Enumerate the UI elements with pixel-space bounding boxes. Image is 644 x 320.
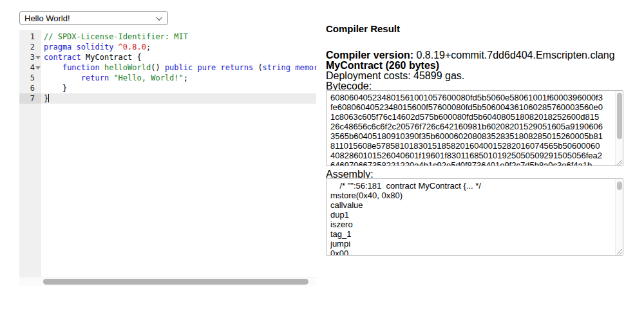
code-text: function helloWorld() public pure return…: [41, 62, 316, 73]
code-text: }: [41, 93, 316, 104]
compiler-version-label: Compiler version:: [326, 50, 413, 61]
code-text: pragma solidity ^0.8.0;: [41, 42, 316, 52]
deployment-costs: Deployment costs: 45899 gas.: [326, 71, 464, 81]
code-editor[interactable]: 1// SPDX-License-Identifier: MIT2pragma …: [19, 30, 316, 286]
code-text: // SPDX-License-Identifier: MIT: [41, 32, 316, 42]
code-line-4[interactable]: 4 function helloWorld() public pure retu…: [19, 62, 316, 73]
editor-hscrollbar-thumb[interactable]: [43, 279, 308, 285]
code-text: }: [41, 83, 316, 93]
app-window: Hello World! 1// SPDX-License-Identifier…: [0, 0, 644, 320]
line-number: 1: [19, 32, 41, 42]
compiler-result-title: Compiler Result: [326, 23, 400, 34]
compiler-version-line: Compiler version: 0.8.19+commit.7dd6d404…: [326, 50, 615, 61]
bytecode-textarea[interactable]: 608060405234801561001057600080fd5b5060e5…: [326, 90, 623, 166]
contract-select[interactable]: Hello World!: [19, 11, 168, 25]
code-text: return "Hello, World!";: [41, 73, 316, 83]
assembly-text: /* "":56:181 contract MyContract {... */…: [327, 180, 614, 256]
line-number: 3: [19, 52, 41, 62]
bytecode-text: 608060405234801561001057600080fd5b5060e5…: [327, 92, 614, 166]
fold-arrow-icon[interactable]: [35, 66, 41, 70]
contract-size-heading: MyContract (260 bytes): [326, 61, 439, 71]
code-line-6[interactable]: 6 }: [19, 83, 316, 93]
bytecode-scrollbar-thumb[interactable]: [617, 93, 622, 139]
line-number: 2: [19, 42, 41, 52]
contract-select-value: Hello World!: [24, 14, 155, 23]
code-line-1[interactable]: 1// SPDX-License-Identifier: MIT: [19, 32, 316, 42]
line-number: 5: [19, 73, 41, 83]
editor-hscrollbar-track[interactable]: [19, 277, 316, 286]
assembly-scrollbar-thumb[interactable]: [617, 182, 622, 190]
fold-arrow-icon[interactable]: [35, 56, 41, 59]
bytecode-scrollbar-track[interactable]: [615, 91, 623, 165]
line-number: 4: [19, 62, 41, 73]
code-line-3[interactable]: 3contract MyContract {: [19, 52, 316, 62]
assembly-textarea[interactable]: /* "":56:181 contract MyContract {... */…: [326, 178, 623, 256]
code-text: contract MyContract {: [41, 52, 316, 62]
line-number: 6: [19, 83, 41, 93]
chevron-down-icon: [156, 14, 162, 21]
compiler-version-value: 0.8.19+commit.7dd6d404.Emscripten.clang: [413, 50, 615, 61]
code-line-2[interactable]: 2pragma solidity ^0.8.0;: [19, 42, 316, 52]
text-cursor: [48, 94, 49, 102]
code-lines: 1// SPDX-License-Identifier: MIT2pragma …: [19, 32, 316, 104]
assembly-scrollbar-track[interactable]: [615, 179, 623, 255]
code-line-7[interactable]: 7}: [19, 93, 316, 104]
line-number: 7: [19, 93, 41, 104]
code-line-5[interactable]: 5 return "Hello, World!";: [19, 73, 316, 83]
